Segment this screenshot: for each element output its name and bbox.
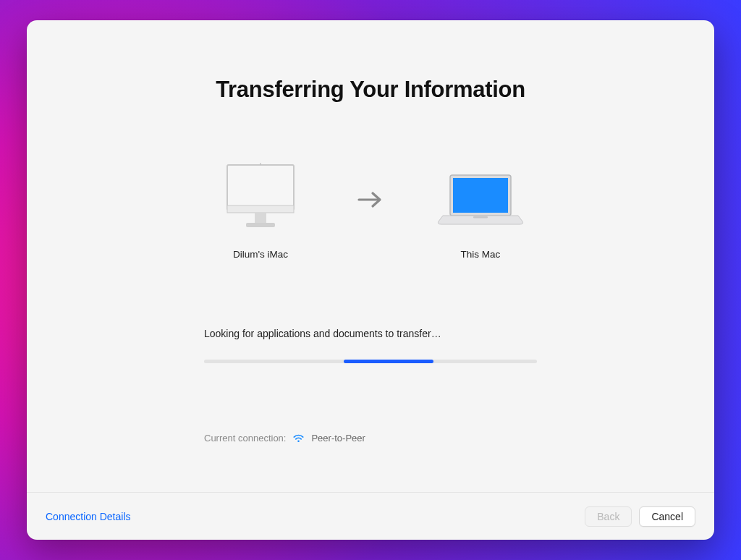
imac-icon: [217, 162, 304, 237]
source-device-label: Dilum's iMac: [233, 249, 288, 260]
cancel-button[interactable]: Cancel: [639, 506, 695, 527]
wifi-icon: [293, 434, 304, 443]
connection-type: Peer-to-Peer: [311, 433, 365, 444]
source-device: Dilum's iMac: [203, 162, 318, 260]
back-button: Back: [585, 506, 632, 527]
connection-details-link[interactable]: Connection Details: [46, 511, 131, 522]
progress-chunk: [344, 360, 433, 363]
status-text: Looking for applications and documents t…: [204, 328, 537, 339]
svg-rect-2: [255, 213, 266, 223]
transfer-arrow-icon: [353, 190, 388, 210]
progress-bar: [204, 360, 537, 363]
svg-rect-3: [246, 223, 275, 227]
window-content: Transferring Your Information Dilum's iM…: [27, 20, 714, 492]
connection-row: Current connection: Peer-to-Peer: [204, 433, 537, 444]
page-title: Transferring Your Information: [216, 77, 525, 103]
target-device-label: This Mac: [461, 249, 501, 260]
migration-assistant-window: Transferring Your Information Dilum's iM…: [27, 20, 714, 540]
svg-rect-7: [453, 178, 508, 213]
macbook-icon: [437, 162, 524, 237]
svg-rect-0: [227, 165, 294, 210]
svg-rect-1: [227, 205, 294, 213]
svg-point-4: [260, 164, 261, 165]
connection-label: Current connection:: [204, 433, 286, 444]
window-footer: Connection Details Back Cancel: [27, 492, 714, 540]
device-transfer-row: Dilum's iMac: [203, 162, 538, 260]
desktop-background: Transferring Your Information Dilum's iM…: [0, 0, 741, 560]
target-device: This Mac: [423, 162, 538, 260]
svg-rect-8: [473, 216, 488, 219]
